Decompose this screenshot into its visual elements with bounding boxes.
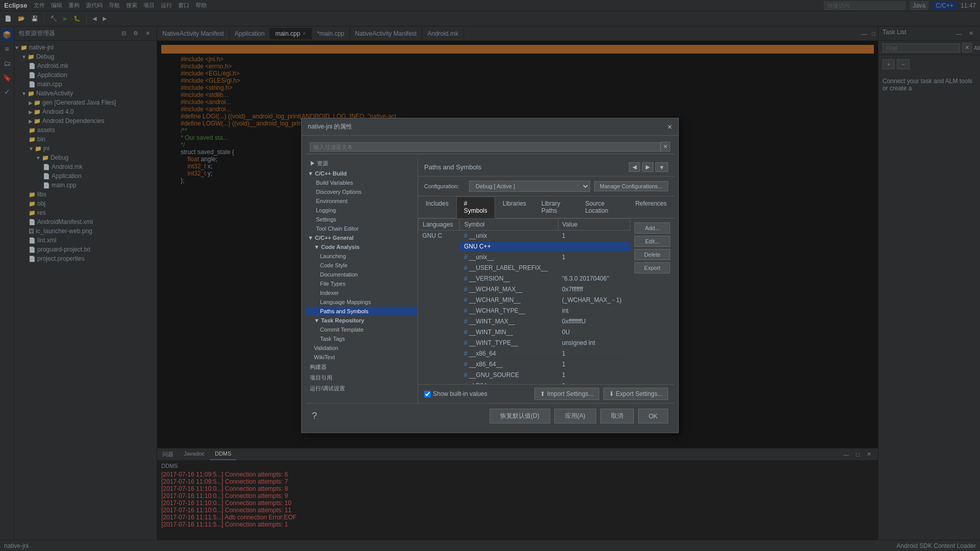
symbol-cell: # __WCHAR_TYPE__ (460, 306, 558, 316)
value-cell: 1 (558, 252, 630, 263)
table-actions: Add... Edit... Delete Export (630, 218, 674, 384)
props-item-settings[interactable]: Settings (306, 215, 418, 224)
add-btn[interactable]: Add... (634, 222, 670, 234)
symbol-cell: # __WCHAR_MIN__ (460, 295, 558, 306)
tab-includes[interactable]: Includes (418, 196, 456, 218)
props-item-file-types[interactable]: File Types (306, 279, 418, 288)
ps-dropdown-btn[interactable]: ▼ (655, 162, 668, 172)
tab-label: # Symbols (464, 200, 487, 214)
show-builtin-checkbox[interactable] (424, 391, 431, 397)
manage-configs-btn[interactable]: Manage Configurations... (594, 181, 668, 191)
import-label: Import Settings... (547, 390, 594, 397)
tab-symbols[interactable]: # Symbols (456, 196, 495, 218)
symbol-cell: # __WINT_MIN__ (460, 327, 558, 338)
value-cell: 1 (558, 370, 630, 381)
cancel-btn[interactable]: 取消 (600, 409, 634, 423)
props-group-cpp-build[interactable]: ▼ C/C++ Build (306, 169, 418, 178)
edit-btn[interactable]: Edit... (634, 236, 670, 247)
config-row: Configuration: Debug [ Active ] Manage C… (418, 177, 674, 196)
dialog-footer-right: 恢复默认值(D) 应用(A) 取消 OK (489, 409, 668, 423)
symbol-cell: # __x86_64__ (460, 359, 558, 370)
help-icon[interactable]: ? (312, 411, 317, 421)
props-item-lang-mappings[interactable]: Language Mappings (306, 297, 418, 307)
props-item-commit-template[interactable]: Commit Template (306, 325, 418, 334)
props-item-wikitext[interactable]: WikiText (306, 353, 418, 362)
config-select[interactable]: Debug [ Active ] (469, 181, 590, 192)
props-group-code-analysis[interactable]: ▼ Code Analysis (306, 242, 418, 252)
show-builtin-label[interactable]: Show built-in values (424, 390, 487, 397)
filter-row: ✕ (306, 140, 674, 154)
export-settings-btn[interactable]: ⬇ Export Settings... (603, 388, 668, 400)
props-item-discovery[interactable]: Discovery Options (306, 187, 418, 196)
props-item-task-tags[interactable]: Task Tags (306, 334, 418, 343)
props-left-tree: ▶ 资源 ▼ C/C++ Build Build Variables Disco… (306, 158, 418, 403)
col-languages: Languages (419, 219, 460, 231)
lang-cell-gnuc[interactable]: GNU C (419, 231, 460, 385)
props-item-code-style[interactable]: Code Style (306, 261, 418, 270)
symbol-cell: # __unix (460, 231, 558, 241)
table-scroll-area: Languages Symbol Value GNU C # __unix (418, 218, 630, 384)
props-item-build-vars[interactable]: Build Variables (306, 178, 418, 187)
props-item-run-debug[interactable]: 运行/调试设置 (306, 383, 418, 394)
config-label: Configuration: (424, 183, 465, 189)
value-cell (558, 263, 630, 273)
props-item-environment[interactable]: Environment (306, 196, 418, 206)
value-cell: int (558, 306, 630, 316)
value-cell: 0x7fffffff (558, 284, 630, 295)
symbol-cell: # __unix__ (460, 252, 558, 263)
ps-header: Paths and Symbols ◀ ▶ ▼ (418, 158, 674, 177)
restore-defaults-btn[interactable]: 恢复默认值(D) (489, 409, 550, 423)
symbol-cell: # __VERSION__ (460, 273, 558, 284)
symbol-cell: GNU C++ (460, 241, 558, 252)
tab-label: Source Location (585, 200, 608, 214)
symbol-cell: # __USER_LABEL_PREFIX__ (460, 263, 558, 273)
tab-source-location[interactable]: Source Location (577, 196, 627, 218)
symbols-table: Languages Symbol Value GNU C # __unix (418, 218, 630, 384)
ok-btn[interactable]: OK (638, 409, 668, 423)
tab-label: Libraries (503, 200, 526, 207)
symbol-cell: # __x86_64 (460, 348, 558, 359)
col-value: Value (558, 219, 630, 231)
props-item-launching[interactable]: Launching (306, 252, 418, 261)
tab-library-paths[interactable]: Library Paths (534, 196, 578, 218)
dialog-close-btn[interactable]: ✕ (667, 123, 672, 131)
ps-nav: ◀ ▶ ▼ (629, 162, 668, 172)
export-icon: ⬇ (609, 390, 614, 397)
value-cell: 1 (558, 381, 630, 385)
ps-back-btn[interactable]: ◀ (629, 162, 640, 172)
tab-libraries[interactable]: Libraries (495, 196, 534, 218)
apply-btn[interactable]: 应用(A) (554, 409, 596, 423)
tab-references[interactable]: References (628, 196, 674, 218)
props-item-paths-symbols[interactable]: Paths and Symbols (306, 307, 418, 316)
filter-input[interactable] (310, 142, 660, 152)
table-area: Languages Symbol Value GNU C # __unix (418, 218, 674, 384)
dialog-title-text: native-jni 的属性 (308, 122, 352, 131)
value-cell: 0U (558, 327, 630, 338)
value-cell: 1 (558, 231, 630, 241)
props-group-cpp-general[interactable]: ▼ C/C++ General (306, 233, 418, 242)
props-layout: ▶ 资源 ▼ C/C++ Build Build Variables Disco… (306, 158, 674, 403)
delete-btn[interactable]: Delete (634, 249, 670, 260)
props-item-resources[interactable]: ▶ 资源 (306, 158, 418, 169)
value-cell: 0xffffffffU (558, 316, 630, 327)
dialog-body: ✕ ▶ 资源 ▼ C/C++ Build Build Variables Dis… (302, 136, 678, 433)
props-group-task-repo[interactable]: ▼ Task Repository (306, 316, 418, 325)
symbol-cell: # __GNU_SOURCE (460, 370, 558, 381)
col-symbol: Symbol (460, 219, 558, 231)
props-item-validation[interactable]: Validation (306, 343, 418, 353)
import-settings-btn[interactable]: ⬆ Import Settings... (534, 388, 599, 400)
props-item-indexer[interactable]: Indexer (306, 288, 418, 297)
symbol-cell: # __WCHAR_MAX__ (460, 284, 558, 295)
ps-forward-btn[interactable]: ▶ (642, 162, 653, 172)
filter-clear-btn[interactable]: ✕ (660, 142, 670, 152)
export-btn[interactable]: Export (634, 262, 670, 273)
props-item-logging[interactable]: Logging (306, 206, 418, 215)
lang-gnu-c[interactable]: GNU C # __unix 1 (419, 231, 630, 241)
props-item-builders[interactable]: 构建器 (306, 362, 418, 372)
props-item-documentation[interactable]: Documentation (306, 270, 418, 279)
bottom-row: Show built-in values ⬆ Import Settings..… (418, 384, 674, 403)
symbol-cell: # _LP64 (460, 381, 558, 385)
tab-label: References (635, 200, 667, 207)
props-item-toolchain[interactable]: Tool Chain Editor (306, 224, 418, 233)
props-item-project-refs[interactable]: 项目引用 (306, 372, 418, 383)
